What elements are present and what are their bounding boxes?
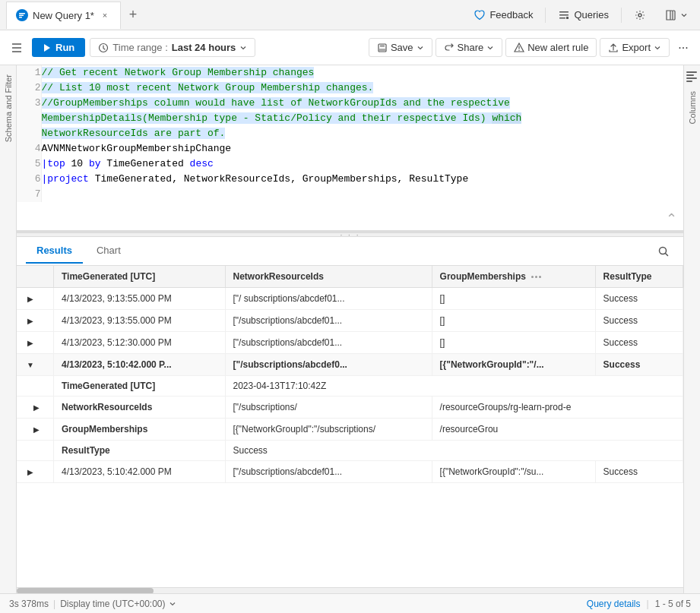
save-chevron-icon [417, 44, 424, 52]
code-line-3b: MembershipDetails(Membership type - Stat… [17, 111, 683, 126]
cell-time-2: 4/13/2023, 9:13:55.000 PM [54, 310, 226, 332]
save-button[interactable]: Save [369, 38, 432, 57]
run-button[interactable]: Run [32, 38, 85, 57]
detail-expand-time [17, 376, 54, 397]
scrollbar-thumb[interactable] [17, 588, 154, 593]
tab-results[interactable]: Results [26, 239, 83, 264]
columns-label[interactable]: Columns [685, 82, 700, 133]
row-expand-4[interactable]: ▼ [17, 354, 54, 376]
time-range-button[interactable]: Time range : Last 24 hours [90, 38, 255, 57]
line-code-1[interactable]: // Get recent Network Group Membership c… [41, 65, 683, 81]
data-grid[interactable]: TimeGenerated [UTC] NetworkResourceIds G… [17, 266, 683, 587]
cell-network-2: ["/subscriptions/abcdef01... [225, 310, 432, 332]
line-number-3c [17, 126, 41, 141]
cell-result-2: Success [595, 310, 683, 332]
heart-icon [474, 9, 486, 21]
row-expand-3[interactable]: ▶ [17, 332, 54, 354]
line-number-3b [17, 111, 41, 126]
line-code-7[interactable] [41, 187, 683, 202]
col-expand [17, 266, 54, 288]
tab-title: New Query 1* [33, 10, 94, 21]
cell-network-5: ["/subscriptions/abcdef01... [225, 461, 432, 483]
new-alert-button[interactable]: New alert rule [505, 38, 597, 57]
line-code-2[interactable]: // List 10 most recent Network Group Mem… [41, 81, 683, 96]
line-code-4[interactable]: AVNMNetworkGroupMembershipChange [41, 141, 683, 156]
tab-bar: New Query 1* × + Feedback Queries [0, 0, 700, 30]
col-group-header[interactable]: GroupMemberships [432, 266, 595, 288]
time-range-prefix: Time range : [112, 42, 168, 53]
cell-result-3: Success [595, 332, 683, 354]
grid-header-row: TimeGenerated [UTC] NetworkResourceIds G… [17, 266, 683, 288]
dropdown-chevron-icon [680, 11, 688, 19]
more-button[interactable]: ··· [673, 37, 694, 58]
line-code-3b[interactable]: MembershipDetails(Membership type - Stat… [41, 111, 683, 126]
cell-result-4: Success [595, 354, 683, 376]
query-details-link[interactable]: Query details [587, 599, 641, 609]
line-number-2: 2 [17, 81, 41, 96]
detail-value-time: 2023-04-13T17:10:42Z [225, 376, 683, 397]
svg-rect-3 [559, 11, 569, 13]
cell-group-2: [] [432, 310, 595, 332]
share-icon [444, 43, 455, 53]
table-row: ▶ 4/13/2023, 5:12:30.000 PM ["/subscript… [17, 332, 683, 354]
line-code-6[interactable]: |project TimeGenerated, NetworkResourceI… [41, 172, 683, 187]
query-tab-icon [16, 9, 28, 21]
collapse-editor-button[interactable]: ⌃ [666, 210, 677, 227]
code-table: 1 // Get recent Network Group Membership… [17, 65, 683, 202]
share-chevron-icon [486, 44, 494, 52]
tab-close-button[interactable]: × [99, 9, 111, 21]
results-search-button[interactable] [653, 241, 674, 262]
horizontal-scrollbar[interactable] [17, 587, 683, 593]
export-icon [608, 43, 619, 53]
book-button[interactable] [658, 6, 694, 24]
cell-time-3: 4/13/2023, 5:12:30.000 PM [54, 332, 226, 354]
col-network-header[interactable]: NetworkResourceIds [225, 266, 432, 288]
feedback-button[interactable]: Feedback [467, 6, 539, 24]
cell-result-5: Success [595, 461, 683, 483]
schema-filter-label[interactable]: Schema and Filter [1, 65, 16, 151]
status-sep-1: | [53, 599, 55, 609]
tab-chart[interactable]: Chart [86, 239, 131, 264]
cell-group-3: [] [432, 332, 595, 354]
line-code-5[interactable]: |top 10 by TimeGenerated desc [41, 156, 683, 172]
svg-rect-12 [379, 49, 385, 51]
line-number-7: 7 [17, 187, 41, 202]
detail-row-network: ▶ NetworkResourceIds ["/subscriptions/ /… [17, 397, 683, 419]
table-row-expanded: ▼ 4/13/2023, 5:10:42.000 P... ["/subscri… [17, 354, 683, 376]
col-result-header[interactable]: ResultType [595, 266, 683, 288]
save-icon [377, 43, 388, 53]
new-tab-button[interactable]: + [122, 5, 144, 26]
left-sidebar[interactable]: Schema and Filter [0, 65, 17, 593]
code-editor[interactable]: 1 // Get recent Network Group Membership… [17, 65, 683, 232]
divider-2 [621, 8, 622, 23]
display-time-label: Display time (UTC+00:00) [60, 599, 165, 609]
detail-value-network2: /resourceGroups/rg-learn-prod-e [432, 397, 683, 419]
svg-rect-4 [559, 14, 569, 16]
sidebar-toggle-icon [11, 42, 23, 54]
code-line-1: 1 // Get recent Network Group Membership… [17, 65, 683, 81]
detail-expand-group[interactable]: ▶ [17, 419, 54, 441]
share-button[interactable]: Share [436, 38, 503, 57]
code-line-3c: NetworkResourceIds are part of. [17, 126, 683, 141]
line-code-3c[interactable]: NetworkResourceIds are part of. [41, 126, 683, 141]
row-expand-5[interactable]: ▶ [17, 461, 54, 483]
display-time[interactable]: Display time (UTC+00:00) [60, 599, 176, 609]
detail-expand-network[interactable]: ▶ [17, 397, 54, 419]
time-range-value: Last 24 hours [172, 42, 236, 53]
display-time-chevron [169, 600, 176, 608]
columns-panel[interactable]: Columns [683, 65, 700, 593]
sidebar-toggle-button[interactable] [6, 37, 27, 58]
save-label: Save [391, 42, 413, 53]
query-tab[interactable]: New Query 1* × [6, 2, 121, 29]
queries-button[interactable]: Queries [552, 6, 615, 24]
code-line-4: 4 AVNMNetworkGroupMembershipChange [17, 141, 683, 156]
row-expand-2[interactable]: ▶ [17, 310, 54, 332]
row-expand-1[interactable]: ▶ [17, 288, 54, 310]
table-row: ▶ 4/13/2023, 9:13:55.000 PM ["/ subscrip… [17, 288, 683, 310]
time-chevron-icon [239, 44, 247, 52]
settings-button[interactable] [628, 6, 652, 24]
line-code-3a[interactable]: //GroupMemberships column would have lis… [41, 96, 683, 111]
col-time-header[interactable]: TimeGenerated [UTC] [54, 266, 226, 288]
export-button[interactable]: Export [600, 38, 670, 57]
queries-label: Queries [574, 9, 609, 21]
